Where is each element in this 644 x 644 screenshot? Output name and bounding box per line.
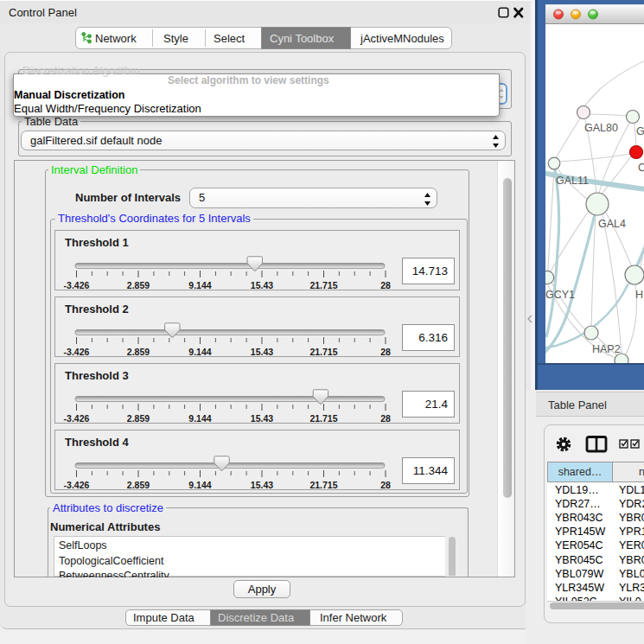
svg-text:21.715: 21.715 <box>309 413 337 424</box>
svg-text:GCY1: GCY1 <box>545 289 575 301</box>
svg-text:28: 28 <box>380 280 391 290</box>
svg-text:21.715: 21.715 <box>309 280 337 290</box>
svg-text:2.859: 2.859 <box>127 280 150 290</box>
svg-text:28: 28 <box>380 347 391 357</box>
svg-text:15.43: 15.43 <box>251 480 273 490</box>
svg-text:28: 28 <box>380 413 391 424</box>
svg-text:C: C <box>638 162 644 174</box>
svg-text:HAP2: HAP2 <box>592 343 621 355</box>
svg-text:9.144: 9.144 <box>188 480 211 490</box>
svg-text:15.43: 15.43 <box>251 347 273 357</box>
svg-text:-3.426: -3.426 <box>64 413 90 424</box>
svg-text:2.859: 2.859 <box>127 413 150 424</box>
svg-text:9.144: 9.144 <box>188 347 211 357</box>
svg-text:H: H <box>635 289 643 301</box>
svg-text:9.144: 9.144 <box>188 280 211 290</box>
svg-text:2.859: 2.859 <box>127 347 150 357</box>
svg-text:GA: GA <box>636 125 644 137</box>
svg-text:GAL80: GAL80 <box>584 122 618 134</box>
svg-text:GAL4: GAL4 <box>598 218 626 230</box>
svg-text:2.859: 2.859 <box>127 480 150 490</box>
svg-text:15.43: 15.43 <box>251 280 273 290</box>
svg-text:15.43: 15.43 <box>251 413 273 424</box>
svg-text:-3.426: -3.426 <box>64 480 90 490</box>
svg-text:-3.426: -3.426 <box>64 347 90 357</box>
svg-text:-3.426: -3.426 <box>64 280 90 290</box>
svg-text:9.144: 9.144 <box>188 413 211 424</box>
svg-text:21.715: 21.715 <box>309 480 337 490</box>
svg-text:GAL11: GAL11 <box>556 175 589 187</box>
svg-text:21.715: 21.715 <box>309 347 337 357</box>
svg-text:28: 28 <box>380 480 391 490</box>
